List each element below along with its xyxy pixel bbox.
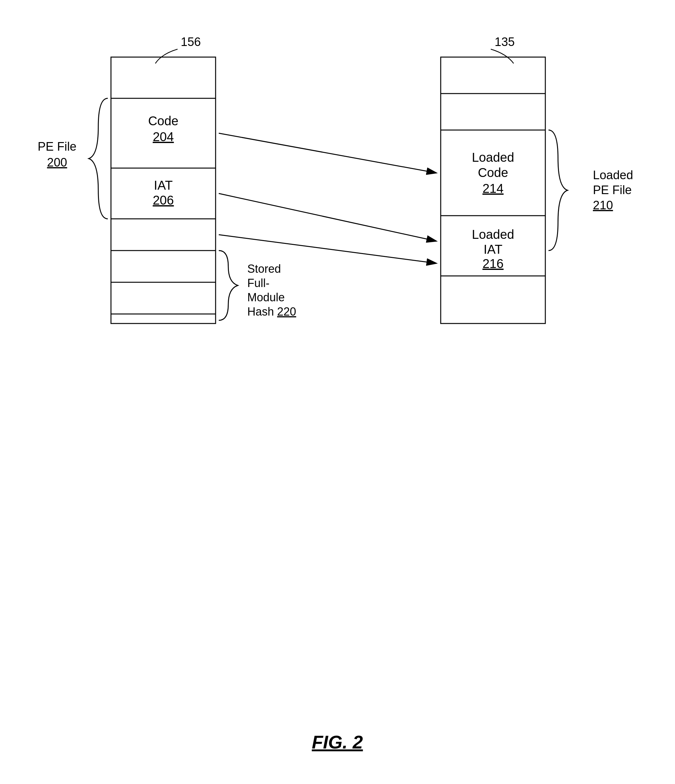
arrow-iat — [219, 193, 436, 241]
loaded-pe-label: Loaded — [593, 168, 633, 182]
pe-iat-label: IAT — [154, 178, 172, 192]
bracket-135-arrow — [491, 49, 514, 64]
loaded-code-label2: Code — [478, 166, 508, 179]
bracket-156-arrow — [155, 49, 178, 64]
loaded-pe-ref: 210 — [593, 199, 613, 212]
arrow-mid — [219, 235, 436, 263]
pe-file-ref: 200 — [47, 156, 67, 169]
fig-caption: FIG. 2 — [312, 732, 363, 752]
pe-brace-left — [89, 98, 108, 219]
hash-label-hash: Hash 220 — [247, 305, 296, 318]
loaded-iat-ref: 216 — [483, 257, 504, 271]
loaded-brace-right — [548, 130, 568, 250]
pe-code-ref: 204 — [153, 130, 174, 144]
hash-brace-right — [219, 250, 238, 320]
pe-iat-ref: 206 — [153, 193, 174, 207]
loaded-pe-label2: PE File — [593, 183, 632, 197]
block-135-label: 135 — [495, 35, 515, 48]
hash-label-full: Full- — [247, 277, 270, 289]
loaded-iat-label: Loaded — [472, 227, 514, 241]
arrow-code — [219, 133, 436, 173]
loaded-code-label: Loaded — [472, 150, 514, 164]
loaded-iat-label2: IAT — [484, 242, 502, 256]
block-156-label: 156 — [181, 35, 201, 48]
hash-label-module: Module — [247, 291, 285, 304]
pe-file-label: PE File — [38, 140, 76, 153]
pe-code-label: Code — [148, 114, 178, 128]
loaded-code-ref: 214 — [483, 181, 504, 195]
hash-label-stored: Stored — [247, 262, 281, 275]
